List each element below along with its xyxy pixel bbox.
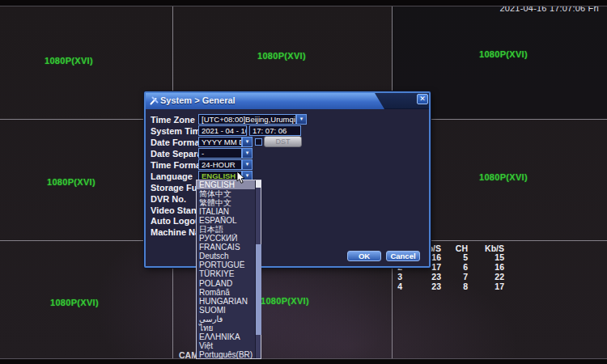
bitrate-cell: 8 — [444, 281, 468, 291]
scroll-up-icon[interactable] — [256, 180, 261, 188]
time-format-label: Time Format — [151, 160, 204, 170]
language-option[interactable]: ENGLISH — [197, 180, 256, 189]
camera-resolution-label: 1080P(XVI) — [45, 56, 93, 66]
timezone-dropdown-arrow-icon[interactable]: ▼ — [296, 114, 307, 125]
bitrate-cell: 15 — [480, 252, 504, 262]
language-label: Language — [151, 171, 193, 181]
scrollbar-thumb[interactable] — [256, 244, 261, 335]
dialog-titlebar[interactable]: System > General ✕ — [146, 93, 429, 109]
camera-resolution-label: 1080P(XVI) — [261, 296, 309, 306]
camera-resolution-label: 1080P(XVI) — [479, 172, 528, 182]
dialog-title: System > General — [160, 95, 236, 105]
system-time-label: System Time — [151, 126, 206, 136]
system-time-input[interactable]: 17: 07: 06 — [249, 125, 301, 136]
camera-resolution-label: 1080P(XVI) — [257, 51, 306, 61]
language-option[interactable]: 简体中文 — [197, 189, 256, 198]
top-bezel — [0, 0, 607, 6]
bitrate-cell: 23 — [417, 281, 441, 291]
language-option[interactable]: POLAND — [197, 279, 256, 288]
date-format-label: Date Format — [151, 138, 202, 147]
dst-button[interactable]: DST — [264, 136, 302, 147]
bottom-bezel — [0, 358, 607, 364]
language-option[interactable]: PORTUGUÊ — [197, 260, 256, 269]
camera-resolution-label: 1080P(XVI) — [50, 298, 99, 307]
storage-full-label: Storage Full — [151, 183, 202, 193]
language-option[interactable]: FRANCAIS — [197, 243, 256, 252]
ok-button[interactable]: OK — [347, 251, 381, 261]
bitrate-cell: 3 — [378, 272, 402, 281]
language-dropdown-list: ENGLISH简体中文繁體中文ITALIANESPAÑOL日本語РУССКИЙF… — [196, 180, 261, 359]
system-date-input[interactable]: 2021 - 04 - 16 — [198, 125, 247, 136]
language-option[interactable]: Deutsch — [197, 252, 256, 260]
bitrate-cell: 5 — [444, 252, 468, 262]
bitrate-cell: 7 — [444, 272, 468, 281]
language-options: ENGLISH简体中文繁體中文ITALIANESPAÑOL日本語РУССКИЙF… — [197, 180, 261, 359]
cancel-button[interactable]: Cancel — [386, 251, 420, 261]
language-option[interactable]: ESPAÑOL — [197, 216, 256, 225]
bitrate-cell: 23 — [417, 272, 441, 281]
language-option[interactable]: 繁體中文 — [197, 198, 256, 207]
bitrate-cell: 16 — [480, 262, 504, 272]
language-option[interactable]: فارسی — [197, 315, 256, 324]
language-option[interactable]: Português(BR) — [197, 350, 256, 359]
language-option[interactable]: Việt — [197, 341, 256, 350]
dvr-no-label: DVR No. — [151, 194, 186, 204]
camera-resolution-label: 1080P(XVI) — [47, 177, 96, 187]
language-option[interactable]: ITALIAN — [197, 207, 256, 216]
settings-tool-icon — [150, 96, 159, 105]
bitrate-cell: 22 — [480, 272, 504, 281]
camera-resolution-label: 1080P(XVI) — [479, 49, 528, 59]
time-format-select[interactable]: 24-HOUR — [198, 159, 242, 170]
date-format-dropdown-arrow-icon[interactable]: ▼ — [242, 137, 253, 147]
date-format-select[interactable]: YYYY MM D — [198, 137, 242, 147]
language-option[interactable]: ไทย — [197, 324, 256, 332]
bitrate-cell: 6 — [444, 262, 468, 272]
language-option[interactable]: 日本語 — [197, 225, 256, 234]
language-option[interactable]: ΕΛΛΗΝΙΚΑ — [197, 332, 256, 341]
timezone-label: Time Zone — [151, 115, 195, 125]
bitrate-cell: 4 — [378, 281, 402, 291]
dropdown-scrollbar[interactable] — [255, 180, 261, 358]
dst-checkbox[interactable] — [255, 138, 262, 146]
time-format-dropdown-arrow-icon[interactable]: ▼ — [242, 159, 253, 170]
dvr-screen: 2021-04-16 17:07:06 Fri CAM08 ◀ ? CHKb/S… — [0, 0, 607, 364]
language-option[interactable]: SUOMI — [197, 306, 256, 315]
language-option[interactable]: РУССКИЙ — [197, 234, 256, 243]
date-separator-select[interactable]: - — [198, 148, 242, 159]
bitrate-cell: 17 — [480, 281, 504, 291]
language-option[interactable]: Română — [197, 288, 256, 297]
date-separator-dropdown-arrow-icon[interactable]: ▼ — [242, 148, 253, 159]
system-general-dialog: System > General ✕ Time Zone [UTC+08:00]… — [144, 91, 431, 268]
close-icon[interactable]: ✕ — [417, 94, 428, 104]
language-option[interactable]: HUNGARIAN — [197, 297, 256, 306]
timezone-select[interactable]: [UTC+08:00]Beijing,Urumqi,Ta — [198, 114, 296, 125]
language-option[interactable]: TÜRKIYE — [197, 269, 256, 278]
